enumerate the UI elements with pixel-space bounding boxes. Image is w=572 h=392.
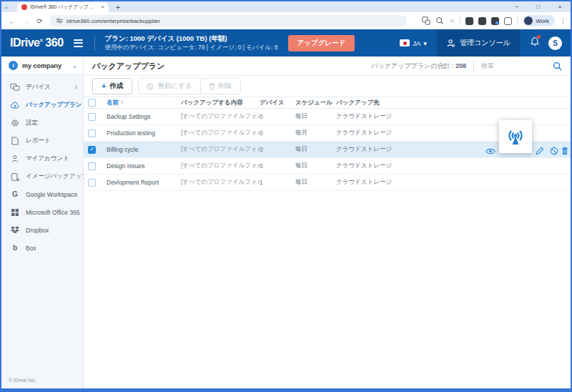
sidebar-item-office-365[interactable]: Microsoft Office 365 <box>1 203 83 221</box>
plan-destination: クラウドストレージ <box>336 145 422 154</box>
edit-pencil-icon[interactable] <box>536 145 544 158</box>
copyright: © IDrive Inc. <box>9 378 36 383</box>
window-maximize-button[interactable]: □ <box>528 1 549 12</box>
hamburger-menu-icon[interactable] <box>74 39 83 47</box>
table-row[interactable]: Production testing [すべてのプロファイルフォルダー] 0 毎… <box>84 125 571 142</box>
page-title: バックアッププラン <box>92 61 164 72</box>
window-close-button[interactable]: × <box>549 1 571 12</box>
tab-close-icon[interactable]: × <box>101 4 104 10</box>
chevron-down-icon: ⌄ <box>72 62 77 69</box>
row-checkbox[interactable] <box>88 162 96 170</box>
page-header: バックアッププラン バックアッププランの合計 : 208 <box>84 57 571 76</box>
propagate-icon-popup[interactable] <box>499 120 532 153</box>
usage-line: 使用中のデバイス: コンピュータ: 79 | イメージ: 0 | モバイル: 8 <box>105 44 278 52</box>
extension-icon-1[interactable] <box>465 17 473 25</box>
row-checkbox[interactable] <box>88 113 96 121</box>
total-plans-value: 208 <box>455 62 466 69</box>
sidebar-item-image-backup[interactable]: イメージバックアップ ? <box>1 167 83 185</box>
tab-title: IDrive® 360 バックアップコンソール <box>30 4 98 11</box>
total-plans-label: バックアッププランの合計 : 208 <box>371 62 466 71</box>
column-header-name[interactable]: 名前 ↑ <box>107 99 181 107</box>
sidebar-item-google-workspace[interactable]: G Google Workspace <box>1 185 83 203</box>
row-checkbox[interactable] <box>88 179 96 187</box>
extension-icon-2[interactable] <box>478 17 486 25</box>
bookmark-star-icon[interactable]: ☆ <box>449 17 455 24</box>
plan-devices: 1 <box>260 179 295 186</box>
plan-content: [すべてのプロファイルフォルダー], %... <box>181 145 260 154</box>
plan-destination: クラウドストレージ <box>336 112 422 121</box>
plan-name: Backup Settings <box>107 113 181 120</box>
plan-schedule: 毎日 <box>295 162 336 170</box>
delete-button[interactable]: 削除 <box>200 79 240 94</box>
column-header-schedule[interactable]: スケジュール <box>295 99 336 107</box>
sidebar-item-devices[interactable]: デバイス › <box>1 78 83 96</box>
google-icon: G <box>10 190 20 198</box>
idrive-favicon <box>21 4 27 10</box>
notifications-button[interactable] <box>530 36 540 49</box>
table-row[interactable]: Design Issues [すべてのプロファイルフォルダー], %... 0 … <box>84 158 571 175</box>
admin-console-button[interactable]: 管理コンソール <box>437 29 520 57</box>
plan-devices: 0 <box>260 162 295 170</box>
table-row[interactable]: Backup Settings [すべてのプロファイルフォルダー], [... … <box>84 109 571 125</box>
plan-content: [すべてのプロファイルフォルダー] <box>181 129 260 137</box>
broadcast-antenna-icon <box>504 125 527 148</box>
company-info-icon: i <box>9 61 18 70</box>
plan-schedule: 毎日 <box>295 112 336 121</box>
view-eye-icon[interactable] <box>485 145 495 158</box>
window-minimize-button[interactable]: − <box>506 1 528 12</box>
disable-icon <box>147 83 154 90</box>
table-row-selected[interactable]: Billing cycle [すべてのプロファイルフォルダー], %... 0 … <box>84 142 571 158</box>
new-tab-button[interactable]: + <box>116 3 120 12</box>
plus-icon: + <box>102 83 106 89</box>
table-header: 名前 ↑ バックアップする内容 デバイス スケジュール バックアップ先 <box>84 97 571 109</box>
sidebar-item-backup-plan[interactable]: バックアッププラン <box>1 96 83 114</box>
browser-profile-button[interactable]: Work <box>523 15 555 26</box>
row-checkbox-checked[interactable] <box>88 146 96 154</box>
browser-tab[interactable]: IDrive® 360 バックアップコンソール × <box>17 2 109 12</box>
site-settings-icon[interactable] <box>56 17 63 24</box>
disable-plan-icon[interactable] <box>550 145 558 158</box>
company-name: my company <box>22 62 72 69</box>
chevron-right-icon: › <box>75 83 77 91</box>
sidebar-item-reports[interactable]: レポート <box>1 132 83 150</box>
column-header-content[interactable]: バックアップする内容 <box>181 99 260 107</box>
language-selector[interactable]: JA ▾ <box>400 39 427 47</box>
report-icon <box>10 137 20 145</box>
admin-console-label: 管理コンソール <box>460 38 511 48</box>
delete-plan-icon[interactable] <box>561 145 568 158</box>
create-button[interactable]: + 作成 <box>92 78 132 94</box>
sidebar-item-settings[interactable]: 設定 <box>1 114 83 132</box>
office-365-icon <box>10 209 20 216</box>
zoom-icon[interactable] <box>435 16 444 25</box>
upgrade-button[interactable]: アップグレード <box>288 35 355 52</box>
table-row[interactable]: Devlopment Report [すべてのプロファイルフォルダー] 1 毎日… <box>84 175 571 191</box>
reload-icon[interactable]: ⟳ <box>33 17 46 25</box>
sidebar-item-dropbox[interactable]: Dropbox <box>1 221 83 239</box>
search-icon[interactable] <box>553 62 562 71</box>
sidebar-item-my-account[interactable]: マイアカウント <box>1 150 83 167</box>
browser-menu-icon[interactable]: ⋮ <box>560 17 566 24</box>
tab-search-icon[interactable]: ⌄ <box>1 2 11 12</box>
language-label: JA <box>413 39 420 47</box>
extension-icon-3[interactable] <box>491 17 499 25</box>
extension-icon-4[interactable] <box>504 17 512 25</box>
dropbox-icon <box>10 226 20 234</box>
company-selector[interactable]: i my company ⌄ <box>1 57 83 75</box>
plan-name: Devlopment Report <box>107 179 181 186</box>
profile-label: Work <box>536 18 549 24</box>
plan-name: Production testing <box>107 129 181 137</box>
back-icon[interactable]: ← <box>6 17 19 25</box>
browser-window: ⌄ IDrive® 360 バックアップコンソール × + − □ × ← → … <box>0 0 572 392</box>
divider <box>517 16 518 25</box>
address-bar[interactable]: idrive360.com/enterprise/backupplan <box>49 15 407 27</box>
sidebar-item-box[interactable]: b Box <box>1 239 83 257</box>
search-input[interactable] <box>481 62 553 69</box>
select-all-checkbox[interactable] <box>88 99 96 107</box>
disable-button[interactable]: 無効にする <box>139 79 199 94</box>
translate-icon[interactable] <box>422 16 430 25</box>
row-checkbox[interactable] <box>88 129 96 137</box>
plan-destination: クラウドストレージ <box>336 129 422 137</box>
column-header-devices[interactable]: デバイス <box>260 99 295 107</box>
user-avatar[interactable]: S <box>548 36 562 50</box>
column-header-destination[interactable]: バックアップ先 <box>336 99 422 107</box>
